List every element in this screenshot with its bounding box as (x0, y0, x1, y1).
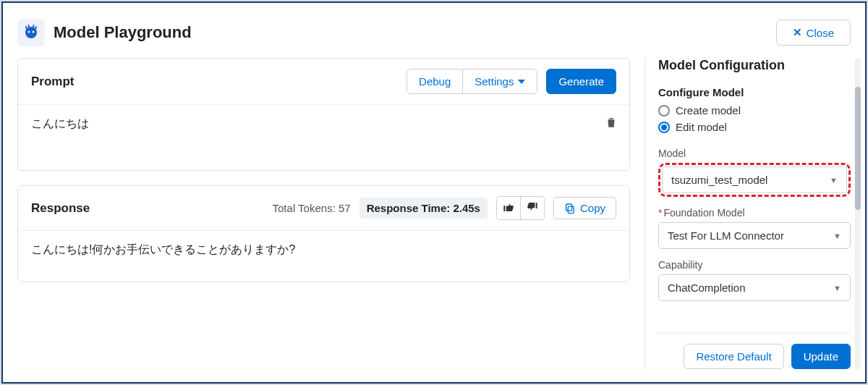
foundation-select[interactable]: Test For LLM Connector ▼ (658, 222, 851, 249)
configure-model-title: Configure Model (658, 86, 851, 98)
close-button[interactable]: ✕ Close (776, 20, 851, 46)
response-stats: Total Tokens: 57 Response Time: 2.45s (273, 196, 616, 220)
thumbs-up-button[interactable] (497, 197, 521, 219)
radio-edit-model[interactable]: Edit model (658, 121, 851, 133)
thumbs-down-button[interactable] (521, 197, 544, 219)
prompt-seg-group: Debug Settings (407, 69, 537, 94)
foundation-value: Test For LLM Connector (668, 229, 784, 242)
generate-button[interactable]: Generate (546, 69, 616, 94)
app-icon (17, 19, 45, 46)
response-header: Response Total Tokens: 57 Response Time:… (18, 186, 629, 231)
model-select[interactable]: tsuzumi_test_model ▼ (662, 166, 847, 193)
total-tokens: Total Tokens: 57 (273, 202, 351, 214)
foundation-field: *Foundation Model Test For LLM Connector… (658, 207, 851, 249)
prompt-actions: Debug Settings Generate (407, 69, 616, 94)
radio-icon-unselected (658, 105, 670, 117)
prompt-text: こんにちは (31, 117, 89, 130)
left-column: Prompt Debug Settings Gener (17, 58, 630, 369)
page-title: Model Playground (54, 23, 192, 42)
copy-button[interactable]: Copy (553, 197, 616, 219)
scrollbar-track[interactable] (855, 58, 861, 369)
copy-icon (564, 203, 576, 214)
foundation-label: *Foundation Model (658, 207, 851, 219)
scrollbar-thumb[interactable] (855, 87, 861, 210)
svg-rect-4 (566, 204, 572, 211)
edit-model-label: Edit model (676, 121, 727, 133)
main-content: Prompt Debug Settings Gener (17, 58, 851, 369)
prompt-card: Prompt Debug Settings Gener (17, 58, 630, 171)
close-label: Close (807, 27, 834, 39)
copy-label: Copy (580, 202, 605, 214)
restore-label: Restore Default (696, 350, 771, 363)
model-label: Model (658, 148, 851, 159)
capability-select[interactable]: ChatCompletion ▼ (658, 274, 851, 301)
prompt-title: Prompt (31, 75, 75, 89)
prompt-body[interactable]: こんにちは (18, 105, 629, 170)
radio-icon-selected (658, 122, 670, 133)
settings-button[interactable]: Settings (463, 69, 537, 93)
svg-point-1 (28, 31, 30, 33)
model-field: Model tsuzumi_test_model ▼ (658, 148, 851, 197)
capability-label: Capability (658, 259, 851, 271)
chevron-down-icon: ▼ (833, 284, 841, 292)
config-title: Model Configuration (658, 58, 851, 73)
capability-value: ChatCompletion (668, 282, 746, 294)
config-panel: Model Configuration Configure Model Crea… (644, 58, 851, 369)
thumbs-down-icon (527, 201, 538, 213)
chevron-down-icon (518, 80, 525, 84)
thumbs-up-icon (503, 201, 514, 213)
radio-create-model[interactable]: Create model (658, 104, 851, 117)
title-wrap: Model Playground (17, 19, 192, 46)
feedback-group (496, 196, 545, 220)
settings-label: Settings (475, 75, 514, 88)
response-card: Response Total Tokens: 57 Response Time:… (17, 185, 630, 282)
config-footer: Restore Default Update (658, 333, 851, 369)
restore-default-button[interactable]: Restore Default (684, 344, 783, 369)
update-button[interactable]: Update (791, 344, 851, 369)
highlight-annotation: tsuzumi_test_model ▼ (658, 163, 851, 197)
chevron-down-icon: ▼ (833, 232, 841, 240)
prompt-header: Prompt Debug Settings Gener (18, 59, 629, 105)
top-bar: Model Playground ✕ Close (17, 19, 851, 46)
response-body: こんにちは!何かお手伝いできることがありますか? (18, 231, 629, 282)
capability-field: Capability ChatCompletion ▼ (658, 259, 851, 301)
svg-point-2 (33, 31, 35, 33)
response-text: こんにちは!何かお手伝いできることがありますか? (31, 243, 295, 255)
model-value: tsuzumi_test_model (671, 174, 767, 186)
chevron-down-icon: ▼ (830, 176, 838, 185)
close-icon: ✕ (793, 26, 802, 39)
debug-button[interactable]: Debug (407, 69, 463, 93)
delete-prompt-button[interactable] (605, 115, 618, 130)
generate-label: Generate (558, 75, 604, 88)
debug-label: Debug (419, 75, 451, 88)
svg-rect-3 (568, 206, 574, 213)
response-title: Response (31, 201, 90, 216)
update-label: Update (804, 350, 838, 363)
response-time: Response Time: 2.45s (359, 198, 488, 219)
playground-frame: Model Playground ✕ Close Prompt Debug (1, 1, 867, 384)
create-model-label: Create model (676, 104, 741, 117)
